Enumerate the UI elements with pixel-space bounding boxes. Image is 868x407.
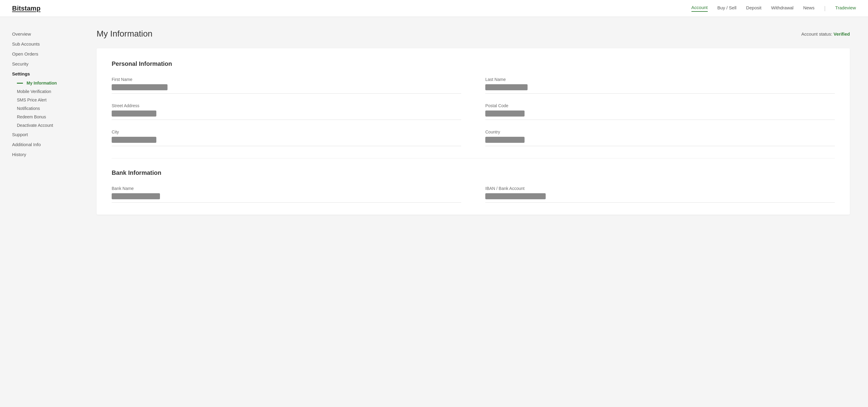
sidebar-item-security[interactable]: Security <box>12 59 72 69</box>
iban-field: IBAN / Bank Account <box>485 186 835 203</box>
bank-name-label: Bank Name <box>112 186 461 191</box>
first-name-label: First Name <box>112 77 461 82</box>
account-status-label: Account status: <box>801 31 832 36</box>
sidebar-item-my-information[interactable]: My Information <box>12 79 72 87</box>
city-underline <box>112 146 461 146</box>
last-name-label: Last Name <box>485 77 835 82</box>
nav-tradeview[interactable]: Tradeview <box>835 5 856 11</box>
page-wrapper: Overview Sub Accounts Open Orders Securi… <box>0 17 868 407</box>
sidebar-item-open-orders[interactable]: Open Orders <box>12 49 72 59</box>
page-title: My Information <box>97 29 152 39</box>
last-name-underline <box>485 93 835 94</box>
nav-deposit[interactable]: Deposit <box>746 5 762 11</box>
postal-code-field: Postal Code <box>485 103 835 120</box>
sidebar: Overview Sub Accounts Open Orders Securi… <box>0 17 79 407</box>
nav-buy-sell[interactable]: Buy / Sell <box>717 5 736 11</box>
account-status-value: Verified <box>834 31 850 36</box>
country-value-bar <box>485 137 525 143</box>
nav-withdrawal[interactable]: Withdrawal <box>771 5 794 11</box>
iban-value-bar <box>485 193 546 199</box>
postal-code-label: Postal Code <box>485 103 835 108</box>
logo[interactable]: Bitstamp <box>12 4 40 12</box>
sidebar-item-redeem-bonus[interactable]: Redeem Bonus <box>12 113 72 121</box>
account-status: Account status: Verified <box>801 31 850 36</box>
city-field: City <box>112 129 461 146</box>
bank-name-field: Bank Name <box>112 186 461 203</box>
first-name-underline <box>112 93 461 94</box>
header: Bitstamp Account Buy / Sell Deposit With… <box>0 0 868 17</box>
sidebar-item-sub-accounts[interactable]: Sub Accounts <box>12 39 72 49</box>
first-name-field: First Name <box>112 77 461 94</box>
nav-news[interactable]: News <box>803 5 814 11</box>
sidebar-item-overview[interactable]: Overview <box>12 29 72 39</box>
iban-underline <box>485 202 835 203</box>
card-divider <box>112 158 835 158</box>
sidebar-section-settings: Settings <box>12 69 72 79</box>
sidebar-item-history[interactable]: History <box>12 149 72 159</box>
sidebar-item-deactivate-account[interactable]: Deactivate Account <box>12 121 72 129</box>
last-name-value-bar <box>485 84 528 90</box>
street-address-field: Street Address <box>112 103 461 120</box>
nav-divider: | <box>824 5 826 11</box>
main-nav: Account Buy / Sell Deposit Withdrawal Ne… <box>691 5 856 12</box>
sidebar-item-support[interactable]: Support <box>12 129 72 140</box>
sidebar-item-additional-info[interactable]: Additional Info <box>12 140 72 149</box>
sidebar-item-notifications[interactable]: Notifications <box>12 104 72 113</box>
section-divider <box>112 146 835 158</box>
bank-info-title: Bank Information <box>112 169 835 176</box>
city-label: City <box>112 129 461 134</box>
iban-label: IBAN / Bank Account <box>485 186 835 191</box>
last-name-field: Last Name <box>485 77 835 94</box>
country-label: Country <box>485 129 835 134</box>
main-content: My Information Account status: Verified … <box>79 17 868 407</box>
active-indicator <box>17 83 23 84</box>
bank-name-value-bar <box>112 193 160 199</box>
bank-info-grid: Bank Name IBAN / Bank Account <box>112 186 835 203</box>
info-card: Personal Information First Name Last Nam… <box>97 48 850 215</box>
personal-info-grid: First Name Last Name Street Address <box>112 77 835 146</box>
city-value-bar <box>112 137 156 143</box>
street-address-value-bar <box>112 111 156 117</box>
country-field: Country <box>485 129 835 146</box>
postal-code-value-bar <box>485 111 525 117</box>
sidebar-item-sms-price-alert[interactable]: SMS Price Alert <box>12 96 72 104</box>
first-name-value-bar <box>112 84 167 90</box>
country-underline <box>485 146 835 146</box>
nav-account[interactable]: Account <box>691 5 708 12</box>
sidebar-item-mobile-verification[interactable]: Mobile Verification <box>12 87 72 96</box>
street-address-label: Street Address <box>112 103 461 108</box>
bank-name-underline <box>112 202 461 203</box>
page-header: My Information Account status: Verified <box>97 29 850 39</box>
personal-info-title: Personal Information <box>112 60 835 67</box>
